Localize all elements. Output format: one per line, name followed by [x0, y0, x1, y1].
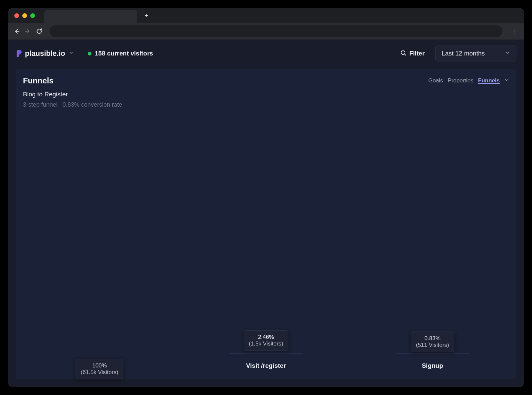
dashboard-topbar: plausible.io 158 current visitors: [8, 40, 524, 65]
funnel-name: Blog to Register: [23, 91, 509, 98]
forward-button[interactable]: [24, 28, 32, 35]
current-visitors[interactable]: 158 current visitors: [80, 50, 153, 57]
titlebar: +: [8, 8, 524, 23]
tab-strip: [44, 8, 137, 23]
current-visitors-label: 158 current visitors: [95, 50, 153, 57]
funnel-step-2: 2.46% (1.5k Visitors) Visit /register: [200, 353, 332, 369]
tooltip-visitors: (1.5k Visitors): [249, 341, 283, 347]
date-range-dropdown[interactable]: Last 12 months: [435, 46, 516, 61]
browser-tab-active[interactable]: [44, 10, 137, 23]
funnels-card: Funnels Goals Properties Funnels Blog to…: [16, 69, 516, 379]
browser-menu-button[interactable]: ⋮: [509, 28, 519, 35]
omnibox[interactable]: [50, 25, 502, 37]
funnel-subtitle: 3-step funnel · 0.83% conversion rate: [23, 101, 509, 108]
bar-tooltip: 0.83% (511 Visitors): [411, 332, 454, 352]
bar-label: Visit /register: [246, 362, 286, 369]
funnel-chart: 100% (61.5k Visitors) Visit /blog* 2.46: [23, 108, 509, 369]
funnel-step-3: 0.83% (511 Visitors) Signup: [366, 353, 499, 369]
card-tabs: Goals Properties Funnels: [428, 77, 509, 84]
chevron-down-icon: [68, 50, 74, 57]
search-icon: [400, 49, 407, 58]
card-header: Funnels Goals Properties Funnels: [23, 76, 509, 85]
date-range-label: Last 12 months: [442, 50, 485, 57]
bar-dropoff: [229, 353, 303, 353]
plausible-logo-icon: [16, 50, 22, 57]
tooltip-visitors: (61.5k Visitors): [81, 369, 118, 376]
filter-button[interactable]: Filter: [396, 46, 429, 61]
bar-tooltip: 100% (61.5k Visitors): [76, 359, 123, 379]
tooltip-percent: 0.83%: [416, 335, 449, 342]
bar-tooltip: 2.46% (1.5k Visitors): [244, 330, 288, 351]
browser-toolbar: ⋮: [8, 23, 524, 40]
browser-window: + ⋮: [8, 8, 524, 387]
card-title: Funnels: [23, 76, 54, 85]
bar-dropoff: [396, 353, 469, 353]
page-content: plausible.io 158 current visitors: [8, 40, 524, 387]
chevron-down-icon: [505, 50, 510, 57]
back-button[interactable]: [13, 28, 20, 35]
window-close[interactable]: [14, 13, 19, 18]
window-minimize[interactable]: [22, 13, 27, 18]
tooltip-percent: 100%: [81, 362, 118, 369]
filter-label: Filter: [409, 50, 425, 57]
tooltip-percent: 2.46%: [249, 334, 283, 341]
svg-point-0: [401, 50, 405, 54]
live-dot-icon: [88, 52, 91, 55]
reload-button[interactable]: [36, 28, 43, 35]
site-name: plausible.io: [25, 49, 65, 58]
tab-goals[interactable]: Goals: [428, 77, 443, 84]
bar-label: Signup: [422, 362, 443, 369]
funnel-step-1: 100% (61.5k Visitors) Visit /blog*: [33, 353, 166, 369]
window-controls: [14, 13, 44, 18]
site-switcher[interactable]: plausible.io: [16, 49, 74, 58]
tooltip-visitors: (511 Visitors): [416, 342, 449, 348]
new-tab-button[interactable]: +: [143, 12, 151, 20]
chevron-down-icon: [504, 77, 509, 84]
window-zoom[interactable]: [30, 13, 35, 18]
tab-funnels[interactable]: Funnels: [478, 77, 500, 84]
tab-properties[interactable]: Properties: [448, 77, 473, 84]
